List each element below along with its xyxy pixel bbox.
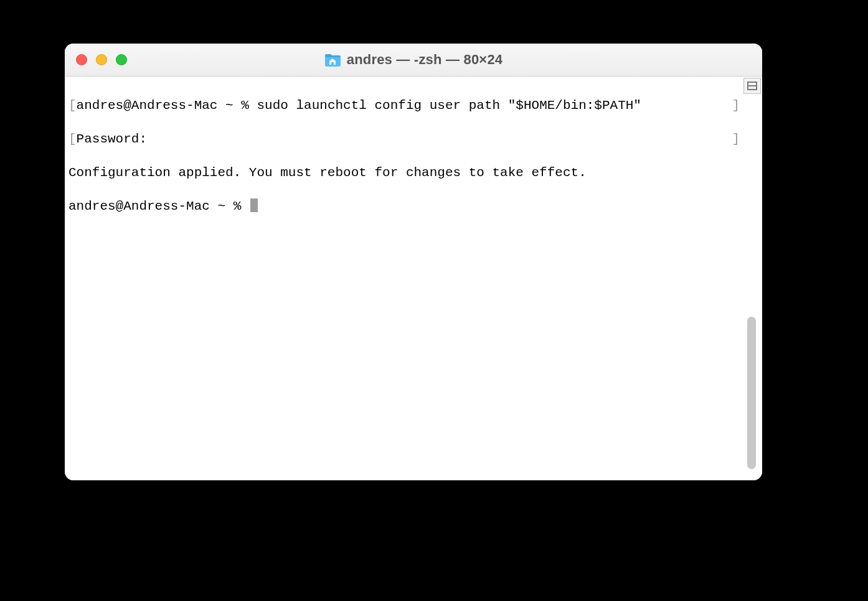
traffic-lights (76, 44, 127, 76)
line4-prompt: andres@Andress-Mac ~ % (68, 199, 249, 213)
right-gutter (743, 77, 762, 480)
line3-text: Configuration applied. You must reboot f… (68, 165, 587, 180)
content-area: [andres@Andress-Mac ~ % sudo launchctl c… (65, 77, 762, 480)
terminal-text[interactable]: [andres@Andress-Mac ~ % sudo launchctl c… (68, 80, 740, 477)
line2-text: Password: (77, 132, 147, 146)
line1-text: andres@Andress-Mac ~ % sudo launchctl co… (77, 98, 641, 113)
terminal-window: andres — -zsh — 80×24 [andres@Andress-Ma… (65, 44, 762, 480)
close-button[interactable] (76, 54, 87, 65)
scrollbar-track[interactable] (743, 96, 761, 477)
terminal-viewport[interactable]: [andres@Andress-Mac ~ % sudo launchctl c… (65, 77, 743, 480)
titlebar[interactable]: andres — -zsh — 80×24 (65, 44, 762, 77)
pane-toggle-icon[interactable] (743, 78, 761, 94)
cursor (250, 198, 258, 212)
line2-open-bracket: [ (68, 132, 77, 146)
window-title: andres — -zsh — 80×24 (324, 52, 503, 68)
line2-close-bracket: ] (732, 131, 740, 147)
line1-open-bracket: [ (68, 98, 77, 113)
zoom-button[interactable] (116, 54, 127, 65)
scrollbar-thumb[interactable] (747, 317, 756, 468)
minimize-button[interactable] (96, 54, 107, 65)
line1-close-bracket: ] (732, 97, 740, 114)
home-folder-icon (324, 53, 341, 67)
window-title-text: andres — -zsh — 80×24 (347, 52, 503, 68)
